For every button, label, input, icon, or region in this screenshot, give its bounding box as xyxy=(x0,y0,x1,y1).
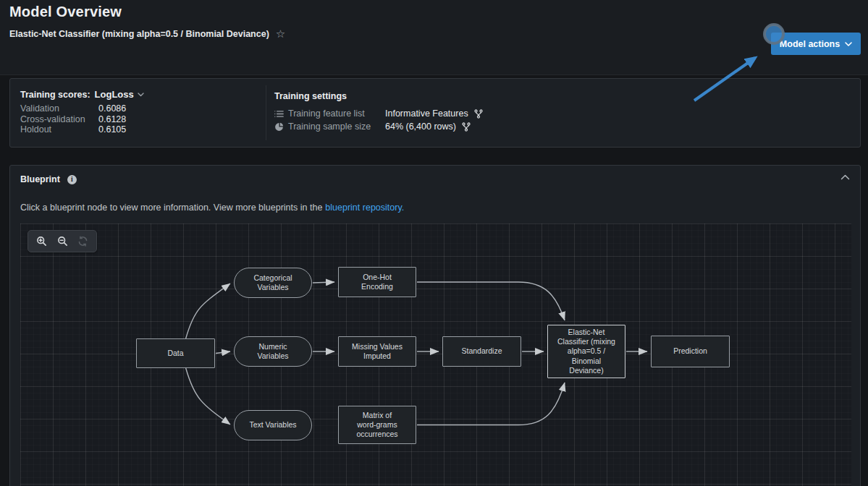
branch-icon[interactable] xyxy=(462,122,471,132)
favorite-star-icon[interactable]: ☆ xyxy=(276,28,285,39)
branch-icon[interactable] xyxy=(474,109,483,119)
blueprint-node-label: One-Hot Encoding xyxy=(358,271,396,293)
blueprint-node-numvars[interactable]: Numeric Variables xyxy=(234,336,312,367)
model-subtitle-row: Elastic-Net Classifier (mixing alpha=0.5… xyxy=(9,28,285,39)
blueprint-node-label: Data xyxy=(164,347,186,359)
training-summary-panel: Training scores: LogLoss Validation 0.60… xyxy=(9,78,861,148)
feature-list-icon xyxy=(274,110,284,118)
training-settings-section: Training settings Training feature list … xyxy=(274,89,483,133)
setting-row-feature-list: Training feature list Informative Featur… xyxy=(274,107,483,120)
blueprint-title: Blueprint xyxy=(20,174,60,184)
blueprint-node-label: Matrix of word-grams occurrences xyxy=(353,409,400,440)
blueprint-zoom-toolbar xyxy=(28,230,97,252)
page-header: Model Overview Elastic-Net Classifier (m… xyxy=(0,0,868,75)
blueprint-repository-link[interactable]: blueprint repository. xyxy=(325,202,404,213)
chevron-up-icon xyxy=(840,174,850,180)
blueprint-panel: Blueprint i Click a blueprint node to vi… xyxy=(9,165,861,486)
model-name: Elastic-Net Classifier (mixing alpha=0.5… xyxy=(9,29,269,39)
blueprint-node-textvars[interactable]: Text Variables xyxy=(234,410,312,440)
training-scores-label: Training scores: xyxy=(20,90,90,100)
score-row-holdout: Holdout 0.6105 xyxy=(20,124,144,135)
blueprint-node-label: Standardize xyxy=(458,345,505,357)
blueprint-edge-matrix-elastic xyxy=(417,383,565,425)
score-row-validation: Validation 0.6086 xyxy=(20,103,144,114)
sample-size-icon xyxy=(274,122,284,132)
info-icon[interactable]: i xyxy=(67,175,77,184)
model-actions-label: Model actions xyxy=(780,39,840,49)
blueprint-node-label: Numeric Variables xyxy=(255,341,292,362)
blueprint-node-label: Prediction xyxy=(670,345,710,357)
panel-divider xyxy=(266,85,266,140)
metric-selector[interactable]: LogLoss xyxy=(95,89,144,100)
chevron-down-icon xyxy=(138,93,144,97)
training-scores-section: Training scores: LogLoss Validation 0.60… xyxy=(20,89,144,135)
collapse-panel-button[interactable] xyxy=(840,174,850,180)
model-actions-button[interactable]: Model actions xyxy=(771,33,861,55)
blueprint-node-elastic[interactable]: Elastic-Net Classifier (mixing alpha=0.5… xyxy=(547,325,625,378)
blueprint-node-standardize[interactable]: Standardize xyxy=(442,336,521,367)
blueprint-node-data[interactable]: Data xyxy=(136,338,215,368)
blueprint-edge-catvars-onehot xyxy=(313,282,334,283)
blueprint-node-label: Categorical Variables xyxy=(250,272,295,294)
zoom-out-icon[interactable] xyxy=(57,236,68,247)
zoom-in-icon[interactable] xyxy=(36,236,47,247)
validation-score: 0.6086 xyxy=(98,103,126,114)
blueprint-node-label: Elastic-Net Classifier (mixing alpha=0.5… xyxy=(555,326,618,377)
reset-view-icon[interactable] xyxy=(77,236,88,247)
blueprint-edge-data-catvars xyxy=(186,284,230,338)
score-row-cross-validation: Cross-validation 0.6128 xyxy=(20,114,144,125)
blueprint-edge-onehot-elastic xyxy=(417,282,565,320)
page-title: Model Overview xyxy=(9,4,122,20)
blueprint-node-missing[interactable]: Missing Values Imputed xyxy=(338,336,416,367)
blueprint-edge-data-numvars xyxy=(216,351,230,354)
cross-validation-score: 0.6128 xyxy=(98,114,126,125)
metric-name: LogLoss xyxy=(95,89,134,100)
blueprint-node-onehot[interactable]: One-Hot Encoding xyxy=(338,267,416,297)
chevron-down-icon xyxy=(845,42,852,46)
blueprint-node-label: Text Variables xyxy=(246,419,299,431)
blueprint-description: Click a blueprint node to view more info… xyxy=(20,202,404,213)
model-overview-page: { "header": { "title": "Model Overview",… xyxy=(0,0,868,486)
blueprint-canvas: DataCategorical VariablesNumeric Variabl… xyxy=(20,223,851,486)
setting-row-sample-size: Training sample size 64% (6,400 rows) xyxy=(274,120,483,133)
blueprint-node-prediction[interactable]: Prediction xyxy=(651,336,730,367)
blueprint-node-label: Missing Values Imputed xyxy=(349,341,405,362)
blueprint-edge-data-textvars xyxy=(186,368,230,425)
sample-size-value: 64% (6,400 rows) xyxy=(385,120,471,133)
blueprint-node-catvars[interactable]: Categorical Variables xyxy=(234,268,312,298)
blueprint-node-matrix[interactable]: Matrix of word-grams occurrences xyxy=(338,406,416,444)
holdout-score: 0.6105 xyxy=(98,124,126,135)
feature-list-value: Informative Features xyxy=(385,107,483,120)
training-settings-label: Training settings xyxy=(274,91,347,101)
